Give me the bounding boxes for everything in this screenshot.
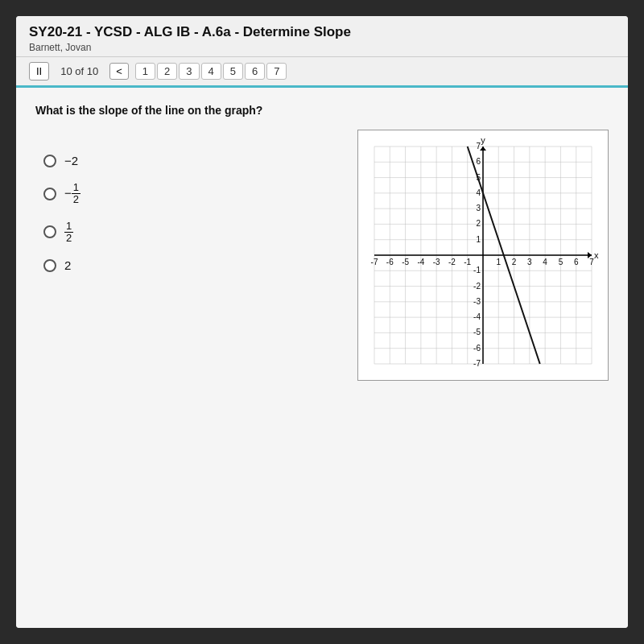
radio-a[interactable]	[43, 155, 56, 167]
choice-a[interactable]: −2	[43, 154, 341, 167]
page-title: SY20-21 - YCSD - ALG IB - A.6a - Determi…	[29, 24, 615, 40]
nav-page-1[interactable]: 1	[135, 63, 155, 80]
subtitle: Barnett, Jovan	[29, 42, 615, 53]
title-bar: SY20-21 - YCSD - ALG IB - A.6a - Determi…	[16, 16, 628, 57]
prev-button[interactable]: <	[109, 63, 129, 80]
question-area: −2 −12 12 2	[35, 130, 609, 384]
content-area: What is the slope of the line on the gra…	[16, 88, 628, 628]
radio-c[interactable]	[43, 225, 56, 238]
radio-b[interactable]	[43, 188, 56, 200]
answer-choices: −2 −12 12 2	[35, 130, 341, 272]
choice-b[interactable]: −12	[43, 182, 341, 206]
question-text: What is the slope of the line on the gra…	[35, 104, 609, 117]
nav-page-7[interactable]: 7	[266, 63, 287, 80]
radio-d[interactable]	[43, 259, 56, 272]
screen: SY20-21 - YCSD - ALG IB - A.6a - Determi…	[16, 16, 628, 628]
nav-page-4[interactable]: 4	[201, 63, 221, 80]
choice-label-a: −2	[64, 154, 78, 167]
choice-label-b: −12	[64, 182, 80, 206]
choice-c[interactable]: 12	[43, 221, 341, 245]
coordinate-graph	[357, 130, 609, 381]
choice-d[interactable]: 2	[43, 258, 341, 272]
nav-bar: II 10 of 10 < 1234567	[16, 57, 628, 88]
nav-page-3[interactable]: 3	[179, 63, 199, 80]
choice-label-c: 12	[64, 221, 73, 245]
nav-page-5[interactable]: 5	[223, 63, 243, 80]
graph-container	[357, 130, 609, 384]
nav-page-2[interactable]: 2	[157, 63, 177, 80]
page-nav: 1234567	[135, 63, 287, 80]
question-count: 10 of 10	[60, 65, 98, 77]
nav-page-6[interactable]: 6	[245, 63, 265, 80]
choice-label-d: 2	[64, 258, 71, 272]
pause-button[interactable]: II	[29, 62, 49, 80]
